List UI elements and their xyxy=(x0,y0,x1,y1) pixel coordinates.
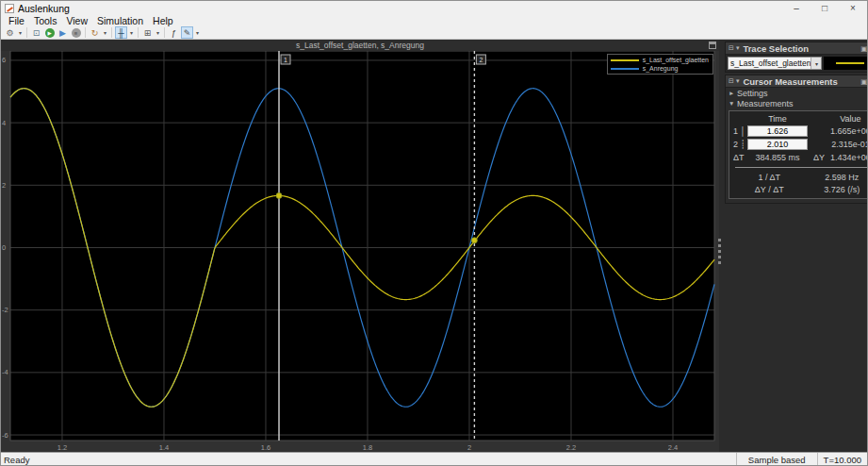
cursor-1-marker[interactable] xyxy=(276,192,282,198)
measurements-section-toggle[interactable]: ▼ Measurements xyxy=(726,98,868,108)
panel-splitter-handle[interactable] xyxy=(718,239,721,264)
panel-caret-icon[interactable]: ▾ xyxy=(736,77,740,85)
pin-icon[interactable]: ▣ xyxy=(860,44,867,53)
trace-selection-header: ⊟ ▾ Trace Selection ▣ × xyxy=(726,42,868,55)
menu-file[interactable]: File xyxy=(4,15,29,26)
dy-over-dt-value: 3.726 (/s) xyxy=(810,185,868,194)
chevron-down-icon[interactable]: ▾ xyxy=(811,58,821,69)
cursor-2-flag-label: 2 xyxy=(479,57,483,63)
frequency-row: 1 / ΔT 2.598 Hz xyxy=(729,171,868,183)
menu-tools[interactable]: Tools xyxy=(29,15,62,26)
y-tick-label: 2 xyxy=(2,181,6,190)
menu-help[interactable]: Help xyxy=(148,15,178,26)
panel-menu-icon[interactable]: ⊟ xyxy=(729,77,734,85)
cursor-1-time-input[interactable] xyxy=(747,125,808,137)
x-tick-label: 2.4 xyxy=(668,443,678,452)
toolbar-separator xyxy=(26,27,27,38)
y-tick-label: 6 xyxy=(2,56,6,64)
stepping-caret-icon[interactable]: ▾ xyxy=(102,29,108,36)
panel-title: Trace Selection xyxy=(743,43,857,54)
toolbar-separator xyxy=(85,27,86,38)
close-button[interactable]: × xyxy=(839,1,867,15)
plot-legend: s_Last_offset_glaetten s_Anregung xyxy=(607,54,713,75)
menu-view[interactable]: View xyxy=(61,15,92,26)
settings-caret-icon[interactable]: ▾ xyxy=(17,29,24,36)
y-tick-label: 4 xyxy=(2,119,6,127)
delta-y-label: ΔY xyxy=(808,153,830,162)
plot-area[interactable] xyxy=(10,51,714,441)
value-column-header: Value xyxy=(830,114,868,124)
highlight-simulink-block-icon[interactable]: ⊡ xyxy=(30,26,42,39)
scope-window: Auslenkung – □ × File Tools View Simulat… xyxy=(0,0,868,466)
measurements-table: Time Value 1 │ 1.665e+00 2 ┊ 2. xyxy=(729,110,868,199)
main-area: s_Last_offset_glaetten, s_Anregung 1.21.… xyxy=(1,40,867,452)
plot-canvas[interactable]: 1.21.41.61.822.22.46420-2-4-612 xyxy=(1,51,719,452)
x-tick-label: 1.6 xyxy=(261,443,270,452)
cursor-1-value: 1.665e+00 xyxy=(830,126,868,136)
one-over-dt-label: 1 / ΔT xyxy=(729,173,810,182)
trace-selection-panel: ⊟ ▾ Trace Selection ▣ × s_Last_offset_gl… xyxy=(725,42,868,73)
zoom-caret-icon[interactable]: ▾ xyxy=(155,29,161,36)
legend-label: s_Anregung xyxy=(643,65,679,72)
cursor-1-flag-label: 1 xyxy=(284,57,287,63)
panel-title: Cursor Measurements xyxy=(743,76,857,87)
legend-item: s_Last_offset_glaetten xyxy=(611,57,709,63)
y-tick-label: -2 xyxy=(2,306,8,314)
x-tick-label: 2.2 xyxy=(566,443,576,452)
x-tick-label: 1.8 xyxy=(363,443,372,452)
chevron-down-icon: ▼ xyxy=(729,100,737,107)
x-tick-label: 2 xyxy=(467,443,471,452)
x-tick-label: 1.4 xyxy=(159,443,169,452)
one-over-dt-value: 2.598 Hz xyxy=(810,173,868,182)
legend-label: s_Last_offset_glaetten xyxy=(643,57,709,63)
annotate-pencil-icon[interactable]: ✎ xyxy=(181,26,193,39)
cursor-2-time-input[interactable] xyxy=(747,139,808,150)
maximize-button[interactable]: □ xyxy=(811,1,839,15)
menu-simulation[interactable]: Simulation xyxy=(92,15,148,26)
step-forward-icon[interactable]: ▶ xyxy=(57,26,69,39)
plot-title: s_Last_offset_glaetten, s_Anregung xyxy=(296,41,424,50)
undock-viewer-icon[interactable] xyxy=(709,42,716,49)
zoom-fit-icon[interactable]: ⊞ xyxy=(141,26,154,39)
dy-over-dt-label: ΔY / ΔT xyxy=(729,185,810,194)
trace-select-value: s_Last_offset_glaetten xyxy=(729,58,811,68)
measurements-label: Measurements xyxy=(737,99,794,108)
delta-row: ΔT 384.855 ms ΔY 1.434e+00 xyxy=(729,151,868,164)
minimize-button[interactable]: – xyxy=(782,1,811,15)
trace-line-preview xyxy=(824,57,868,70)
toolbar-separator xyxy=(164,27,165,38)
toolbar: ⚙ ▾ ⊡ ▶ ▶ ■ ↻ ▾ ╫ ▾ ⊞ ▾ ƒ ✎ ▾ xyxy=(1,26,867,40)
legend-item: s_Anregung xyxy=(611,65,709,72)
delta-t-label: ΔT xyxy=(733,153,747,162)
window-title: Auslenkung xyxy=(18,3,70,14)
trace-selection-body: s_Last_offset_glaetten ▾ xyxy=(726,55,868,72)
plot-title-strip: s_Last_offset_glaetten, s_Anregung xyxy=(1,40,719,51)
trigger-signal-icon[interactable]: ƒ xyxy=(168,26,180,39)
measurements-header-row: Time Value xyxy=(729,113,868,125)
trace-select-dropdown[interactable]: s_Last_offset_glaetten ▾ xyxy=(728,57,822,70)
cursor-2-row: 2 ┊ 2.315e-01 xyxy=(729,138,868,151)
cursor-measurements-icon[interactable]: ╫ xyxy=(115,26,127,39)
title-bar: Auslenkung – □ × xyxy=(1,1,867,15)
panel-caret-icon[interactable]: ▾ xyxy=(736,44,740,52)
cursor-2-marker[interactable] xyxy=(471,238,477,243)
simulation-stepping-icon[interactable]: ↻ xyxy=(89,26,101,39)
run-icon[interactable]: ▶ xyxy=(43,26,56,39)
stop-icon[interactable]: ■ xyxy=(70,26,82,39)
cursor-2-label: 2 ┊ xyxy=(733,140,747,149)
annotate-caret-icon[interactable]: ▾ xyxy=(194,29,201,36)
menu-bar: File Tools View Simulation Help xyxy=(1,15,867,26)
cursor-1-row: 1 │ 1.665e+00 xyxy=(729,125,868,138)
chevron-right-icon: ► xyxy=(729,90,737,96)
status-sample-mode: Sample based xyxy=(736,453,817,466)
settings-gear-icon[interactable]: ⚙ xyxy=(4,26,16,39)
cursor-measurements-caret-icon[interactable]: ▾ xyxy=(128,29,135,36)
settings-section-toggle[interactable]: ► Settings xyxy=(726,88,868,98)
panel-menu-icon[interactable]: ⊟ xyxy=(729,44,734,52)
scope-display: s_Last_offset_glaetten, s_Anregung 1.21.… xyxy=(1,40,719,452)
toolbar-separator xyxy=(138,27,139,38)
pin-icon[interactable]: ▣ xyxy=(860,77,867,86)
y-tick-label: -6 xyxy=(2,431,8,440)
time-column-header: Time xyxy=(747,114,808,124)
legend-swatch-yellow xyxy=(611,59,639,61)
